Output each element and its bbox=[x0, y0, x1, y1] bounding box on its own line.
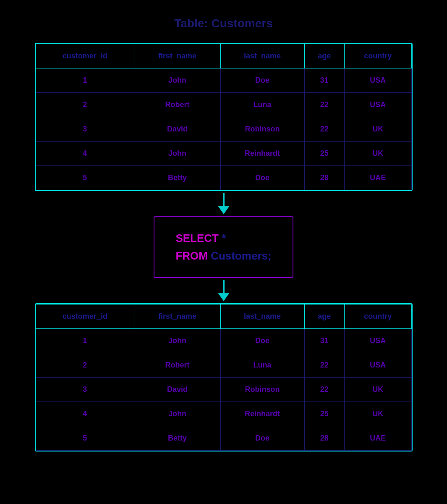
table-cell: 22 bbox=[304, 117, 344, 142]
table-row: 2RobertLuna22USA bbox=[36, 353, 411, 378]
top-table-header-row: customer_idfirst_namelast_nameagecountry bbox=[36, 44, 411, 68]
table-cell: USA bbox=[344, 93, 411, 117]
table-cell: 28 bbox=[304, 166, 344, 190]
table-cell: Robinson bbox=[220, 378, 304, 402]
bottom-table-body: 1JohnDoe31USA2RobertLuna22USA3DavidRobin… bbox=[36, 329, 411, 451]
top-customers-table: customer_idfirst_namelast_nameagecountry… bbox=[36, 44, 412, 190]
table-cell: Doe bbox=[220, 426, 304, 451]
table-cell: UK bbox=[344, 402, 411, 426]
table-cell: UK bbox=[344, 142, 411, 166]
table-cell: David bbox=[134, 117, 220, 142]
bottom-table: customer_idfirst_namelast_nameagecountry… bbox=[35, 303, 413, 452]
table-cell: UK bbox=[344, 117, 411, 142]
table-row: 4JohnReinhardt25UK bbox=[36, 142, 411, 166]
sql-select-keyword: SELECT bbox=[175, 232, 219, 244]
bottom-table-header-cell: first_name bbox=[134, 304, 220, 329]
top-table-header-cell: first_name bbox=[134, 44, 220, 68]
table-cell: John bbox=[134, 142, 220, 166]
table-cell: 3 bbox=[36, 117, 134, 142]
table-cell: Reinhardt bbox=[220, 402, 304, 426]
table-cell: Doe bbox=[220, 329, 304, 353]
table-cell: Reinhardt bbox=[220, 142, 304, 166]
table-cell: 22 bbox=[304, 93, 344, 117]
table-cell: John bbox=[134, 402, 220, 426]
bottom-table-header-cell: last_name bbox=[220, 304, 304, 329]
sql-from-rest: Customers; bbox=[208, 249, 272, 262]
arrow-down-2 bbox=[218, 278, 230, 303]
bottom-table-header-cell: age bbox=[304, 304, 344, 329]
page-title: Table: Customers bbox=[174, 17, 272, 30]
table-row: 5BettyDoe28UAE bbox=[36, 166, 411, 190]
bottom-customers-table: customer_idfirst_namelast_nameagecountry… bbox=[36, 304, 412, 451]
sql-box: SELECT * FROM Customers; bbox=[154, 216, 293, 278]
table-cell: 22 bbox=[304, 353, 344, 378]
arrow-line-2 bbox=[223, 280, 225, 293]
bottom-table-header-cell: customer_id bbox=[36, 304, 134, 329]
arrow-line-1 bbox=[223, 193, 225, 206]
table-cell: John bbox=[134, 68, 220, 93]
table-cell: USA bbox=[344, 68, 411, 93]
table-cell: 3 bbox=[36, 378, 134, 402]
table-row: 1JohnDoe31USA bbox=[36, 329, 411, 353]
top-table-header-cell: customer_id bbox=[36, 44, 134, 68]
table-row: 3DavidRobinson22UK bbox=[36, 378, 411, 402]
table-cell: David bbox=[134, 378, 220, 402]
arrow-down-1 bbox=[218, 191, 230, 216]
table-cell: UK bbox=[344, 378, 411, 402]
table-cell: 25 bbox=[304, 142, 344, 166]
sql-from-keyword: FROM bbox=[175, 249, 208, 262]
arrow-head-2 bbox=[218, 293, 230, 301]
bottom-table-header-row: customer_idfirst_namelast_nameagecountry bbox=[36, 304, 411, 329]
top-table-header-cell: country bbox=[344, 44, 411, 68]
table-cell: 25 bbox=[304, 402, 344, 426]
table-cell: UAE bbox=[344, 426, 411, 451]
sql-select-rest: * bbox=[219, 232, 226, 244]
table-cell: Betty bbox=[134, 166, 220, 190]
table-cell: 1 bbox=[36, 68, 134, 93]
table-row: 3DavidRobinson22UK bbox=[36, 117, 411, 142]
table-cell: USA bbox=[344, 329, 411, 353]
table-cell: Robert bbox=[134, 353, 220, 378]
table-cell: 31 bbox=[304, 329, 344, 353]
table-cell: 1 bbox=[36, 329, 134, 353]
table-cell: 31 bbox=[304, 68, 344, 93]
table-cell: Robinson bbox=[220, 117, 304, 142]
table-cell: 2 bbox=[36, 93, 134, 117]
sql-line-2: FROM Customers; bbox=[175, 247, 271, 265]
table-row: 2RobertLuna22USA bbox=[36, 93, 411, 117]
table-cell: USA bbox=[344, 353, 411, 378]
table-cell: 5 bbox=[36, 426, 134, 451]
arrow-head-1 bbox=[218, 206, 230, 214]
table-cell: 28 bbox=[304, 426, 344, 451]
table-cell: 2 bbox=[36, 353, 134, 378]
table-row: 1JohnDoe31USA bbox=[36, 68, 411, 93]
table-cell: UAE bbox=[344, 166, 411, 190]
table-cell: Luna bbox=[220, 353, 304, 378]
table-cell: John bbox=[134, 329, 220, 353]
table-cell: 4 bbox=[36, 402, 134, 426]
table-cell: 5 bbox=[36, 166, 134, 190]
top-table-header-cell: age bbox=[304, 44, 344, 68]
table-cell: 4 bbox=[36, 142, 134, 166]
table-cell: 22 bbox=[304, 378, 344, 402]
top-table: customer_idfirst_namelast_nameagecountry… bbox=[35, 43, 413, 191]
table-cell: Luna bbox=[220, 93, 304, 117]
bottom-table-header-cell: country bbox=[344, 304, 411, 329]
table-row: 4JohnReinhardt25UK bbox=[36, 402, 411, 426]
top-table-body: 1JohnDoe31USA2RobertLuna22USA3DavidRobin… bbox=[36, 68, 411, 190]
table-cell: Betty bbox=[134, 426, 220, 451]
table-row: 5BettyDoe28UAE bbox=[36, 426, 411, 451]
table-cell: Doe bbox=[220, 166, 304, 190]
table-cell: Doe bbox=[220, 68, 304, 93]
table-cell: Robert bbox=[134, 93, 220, 117]
top-table-header-cell: last_name bbox=[220, 44, 304, 68]
sql-line-1: SELECT * bbox=[175, 230, 271, 247]
